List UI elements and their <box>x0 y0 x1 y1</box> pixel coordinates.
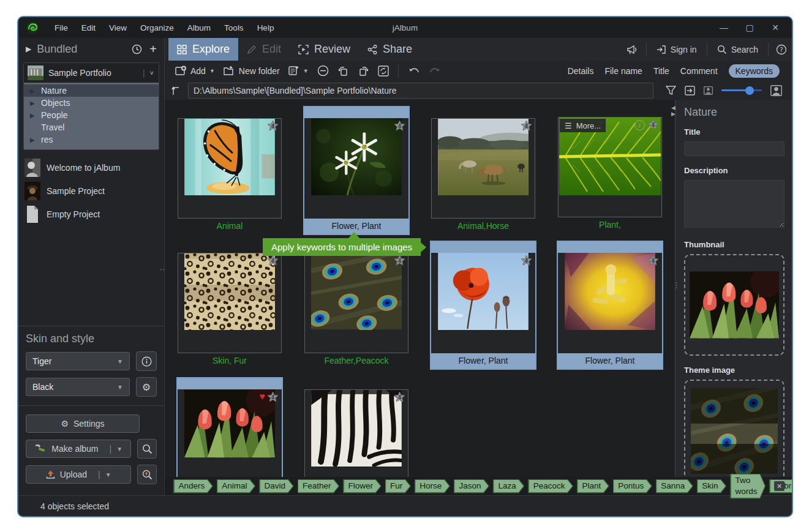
shortcut-empty-project[interactable]: Empty Project <box>18 203 164 226</box>
refresh-button[interactable] <box>374 62 393 80</box>
rating-star-icon[interactable] <box>521 120 532 132</box>
tree-item-nature[interactable]: ▶ Nature <box>24 84 159 97</box>
view-mode-details[interactable]: Details <box>568 66 594 76</box>
new-folder-button[interactable]: New folder <box>219 62 284 80</box>
rotate-left-button[interactable] <box>333 62 353 80</box>
image-card-leaf[interactable]: ☰ More... i Plant, <box>557 106 663 235</box>
upload-button[interactable]: Upload | ▼ <box>26 465 131 484</box>
close-tagbar-icon[interactable]: ✕ <box>774 481 785 491</box>
image-card-leopard[interactable]: Skin, Fur <box>176 241 283 370</box>
large-thumbnail-size-icon[interactable] <box>770 85 782 96</box>
right-panel-divider[interactable]: ◀▶ ⋮ <box>675 100 675 477</box>
sign-in-button[interactable]: Sign in <box>654 45 699 54</box>
view-mode-keywords[interactable]: Keywords <box>729 64 780 78</box>
right-panel-resize-handle[interactable]: ⋮ <box>672 283 680 287</box>
image-card-peacock[interactable]: Feather,Peacock <box>303 241 410 370</box>
menu-file[interactable]: File <box>48 23 75 32</box>
keyword-tag[interactable]: Feather <box>298 479 340 493</box>
skin-select[interactable]: Tiger ▼ <box>26 352 130 370</box>
rating-star-icon[interactable] <box>647 255 659 266</box>
keyword-tag[interactable]: Animal <box>217 479 255 493</box>
keyword-tag[interactable]: Laza <box>493 479 524 493</box>
open-in-new-icon[interactable] <box>685 86 695 96</box>
project-selector-row[interactable]: Sample Portfolio | ˅ <box>24 63 159 83</box>
rating-star-icon[interactable] <box>394 255 405 266</box>
new-project-plus-icon[interactable]: + <box>149 43 157 55</box>
menu-help[interactable]: Help <box>250 23 281 32</box>
undo-button[interactable] <box>404 62 424 80</box>
style-settings-button[interactable]: ⚙ <box>136 377 157 397</box>
keyword-tag[interactable]: Jason <box>454 479 489 493</box>
tree-item-objects[interactable]: ▶ Objects <box>24 97 159 109</box>
menu-album[interactable]: Album <box>181 23 217 32</box>
filter-funnel-icon[interactable] <box>666 86 676 96</box>
rating-star-icon[interactable] <box>647 119 659 130</box>
tree-expand-icon[interactable]: ▶ <box>30 100 36 107</box>
info-icon[interactable]: i <box>634 120 645 130</box>
keyword-tag[interactable]: Plant <box>577 479 609 493</box>
menu-edit[interactable]: Edit <box>75 23 102 32</box>
image-card-zebra[interactable] <box>303 377 410 477</box>
thumbnail-size-slider[interactable] <box>721 86 762 95</box>
image-card-tulips[interactable]: ♥ <box>176 377 283 477</box>
keyword-tag[interactable]: Sanna <box>656 479 693 493</box>
view-mode-title[interactable]: Title <box>653 66 669 76</box>
bundled-expand-arrow-icon[interactable]: ▶ <box>26 45 31 53</box>
exclude-button[interactable] <box>313 62 333 80</box>
project-selector-chevron-icon[interactable]: ˅ <box>150 69 155 77</box>
keyword-tag[interactable]: Pontus <box>613 479 652 493</box>
shortcut-welcome-to-jalbum[interactable]: Welcome to jAlbum <box>18 156 164 179</box>
keyword-tag[interactable]: Peacock <box>528 479 573 493</box>
tree-expand-icon[interactable]: ▶ <box>30 112 36 119</box>
rating-star-icon[interactable] <box>394 120 405 132</box>
maximize-button[interactable]: ▢ <box>739 20 760 35</box>
slider-knob[interactable] <box>745 86 754 95</box>
image-card-poppy[interactable]: Flower, Plant <box>430 241 536 370</box>
view-mode-comment[interactable]: Comment <box>680 66 718 76</box>
keyword-tag[interactable]: Anders <box>173 479 213 493</box>
path-input[interactable] <box>188 83 653 99</box>
help-icon[interactable]: ? <box>776 44 787 55</box>
rating-star-icon[interactable] <box>521 255 532 266</box>
tab-share[interactable]: Share <box>359 38 421 61</box>
keyword-tag[interactable]: Skin <box>697 479 726 493</box>
theme-image-dropzone[interactable] <box>684 380 785 477</box>
shortcut-sample-project[interactable]: Sample Project <box>18 179 164 203</box>
add-page-button[interactable]: ▼ <box>284 62 313 80</box>
settings-button[interactable]: ⚙ Settings <box>26 414 140 433</box>
tree-expand-icon[interactable]: ▶ <box>30 137 36 143</box>
add-button[interactable]: Add ▼ <box>171 62 219 80</box>
tree-expand-icon[interactable]: ▶ <box>30 88 36 94</box>
tab-edit[interactable]: Edit <box>238 38 290 61</box>
redo-button[interactable] <box>424 62 445 80</box>
description-textarea[interactable] <box>684 180 785 228</box>
tab-review[interactable]: Review <box>290 38 359 61</box>
menu-organize[interactable]: Organize <box>134 23 181 32</box>
rotate-right-button[interactable] <box>353 62 374 80</box>
minimize-button[interactable]: — <box>713 20 734 35</box>
style-select[interactable]: Black ▼ <box>26 378 130 396</box>
chevron-down-icon[interactable]: ▼ <box>116 446 122 452</box>
more-button[interactable]: ☰ More... <box>560 119 606 132</box>
preview-album-button[interactable] <box>137 439 157 459</box>
keyword-tag[interactable]: Two words <box>730 474 766 499</box>
panel-collapse-arrows-icon[interactable]: ◀▶ <box>671 105 675 117</box>
menu-view[interactable]: View <box>102 23 134 32</box>
rating-star-icon[interactable] <box>267 120 279 132</box>
image-card-horses[interactable]: Animal,Horse <box>430 106 536 235</box>
rating-star-icon[interactable] <box>267 391 279 403</box>
tree-item-people[interactable]: ▶ People <box>24 109 159 121</box>
tab-explore[interactable]: Explore <box>168 38 238 61</box>
tree-item-travel[interactable]: Travel <box>24 121 159 133</box>
rating-star-icon[interactable] <box>267 255 279 266</box>
small-thumbnail-size-icon[interactable] <box>704 86 713 95</box>
thumbnail-dropzone[interactable] <box>684 254 785 356</box>
skin-info-button[interactable] <box>136 351 157 371</box>
tree-item-res[interactable]: ▶ res <box>24 133 159 146</box>
megaphone-icon[interactable] <box>627 44 639 55</box>
image-card-tulip-macro[interactable]: Flower, Plant <box>557 241 663 370</box>
keyword-tag[interactable]: Horse <box>415 479 450 493</box>
keyword-tag[interactable]: Flower <box>343 479 382 493</box>
title-input[interactable] <box>684 141 785 156</box>
preview-uploaded-button[interactable] <box>137 465 157 484</box>
